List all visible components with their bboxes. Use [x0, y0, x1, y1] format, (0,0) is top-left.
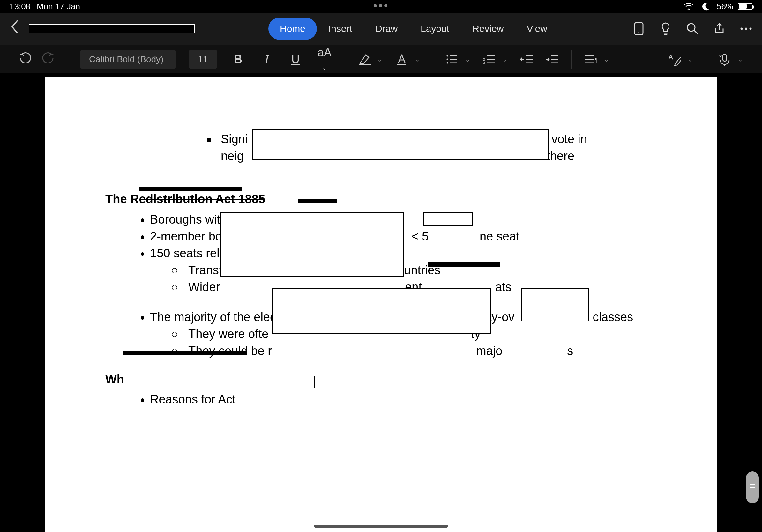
tab-layout[interactable]: Layout — [409, 18, 461, 40]
text-format-button[interactable]: aA ⌄ — [316, 46, 332, 73]
redaction-bar — [427, 262, 500, 267]
home-indicator[interactable] — [314, 525, 448, 528]
redaction-box — [521, 288, 589, 321]
separator — [433, 50, 433, 69]
chevron-down-icon[interactable]: ⌄ — [687, 55, 693, 63]
svg-point-6 — [750, 28, 752, 30]
ribbon-tabs: Home Insert Draw Layout Review View — [194, 18, 633, 40]
paragraph-button[interactable]: ¶ — [584, 53, 597, 66]
separator — [67, 50, 67, 69]
heading-text: The R — [105, 192, 139, 206]
battery-pct: 56% — [717, 2, 733, 12]
tab-view[interactable]: View — [515, 18, 559, 40]
chevron-down-icon[interactable]: ⌄ — [502, 55, 508, 63]
lightbulb-icon[interactable] — [659, 22, 672, 35]
italic-button[interactable]: I — [259, 53, 275, 66]
redaction-box — [252, 129, 549, 160]
svg-rect-7 — [359, 64, 371, 65]
tab-review[interactable]: Review — [461, 18, 515, 40]
tab-draw[interactable]: Draw — [364, 18, 409, 40]
list-item: They could be rmajos — [188, 343, 657, 360]
main-toolbar: Home Insert Draw Layout Review View — [0, 13, 762, 45]
heading-text: Wh — [105, 372, 124, 386]
list-item: Reasons for Act — [150, 391, 657, 408]
svg-point-5 — [745, 28, 747, 30]
multitask-dots[interactable]: ••• — [80, 0, 682, 13]
redaction-box — [271, 288, 491, 334]
redo-button[interactable] — [41, 51, 54, 67]
back-button[interactable] — [10, 19, 26, 38]
chevron-down-icon[interactable]: ⌄ — [604, 55, 609, 63]
chevron-down-icon[interactable]: ⌄ — [415, 55, 420, 63]
svg-line-3 — [694, 30, 698, 34]
svg-point-4 — [741, 28, 743, 30]
indent-button[interactable] — [546, 53, 559, 66]
svg-rect-8 — [397, 64, 406, 65]
underline-button[interactable]: U — [287, 53, 303, 66]
text: Signi — [221, 132, 248, 146]
outdent-button[interactable] — [520, 53, 533, 66]
chevron-down-icon[interactable]: ⌄ — [737, 55, 743, 63]
text: neig — [221, 149, 244, 163]
font-color-button[interactable] — [395, 53, 408, 66]
scroll-handle[interactable] — [746, 471, 759, 503]
share-icon[interactable] — [713, 22, 725, 35]
status-date: Mon 17 Jan — [37, 2, 80, 12]
tab-home[interactable]: Home — [268, 18, 317, 40]
svg-point-1 — [638, 32, 640, 33]
more-icon[interactable] — [740, 22, 752, 35]
tab-insert[interactable]: Insert — [317, 18, 364, 40]
svg-point-11 — [447, 58, 448, 60]
separator — [572, 50, 572, 69]
font-name-select[interactable]: Calibri Bold (Body) — [80, 50, 176, 69]
document-viewport[interactable]: Signid vote inneigs there The Redistribu… — [0, 73, 762, 532]
format-toolbar: Calibri Bold (Body) 11 B I U aA ⌄ ⌄ ⌄ ⌄ … — [0, 45, 762, 73]
redaction-box — [220, 212, 404, 277]
status-time: 13:08 — [10, 2, 30, 12]
search-icon[interactable] — [686, 22, 699, 35]
text-cursor — [314, 376, 315, 388]
redaction-box — [423, 212, 473, 227]
document-page[interactable]: Signid vote inneigs there The Redistribu… — [45, 77, 717, 532]
redaction-bar — [298, 199, 337, 204]
mobile-view-icon[interactable] — [633, 22, 645, 35]
document-body[interactable]: Signid vote inneigs there The Redistribu… — [105, 131, 657, 408]
highlight-button[interactable] — [358, 53, 371, 66]
battery-icon — [738, 3, 752, 10]
svg-rect-31 — [723, 54, 726, 61]
wifi-icon — [682, 0, 695, 13]
svg-point-13 — [447, 62, 448, 63]
svg-point-9 — [447, 55, 448, 56]
redaction-bar — [123, 351, 247, 355]
chevron-down-icon[interactable]: ⌄ — [377, 55, 383, 63]
redaction-bar — [139, 187, 242, 191]
moon-icon — [700, 0, 712, 13]
svg-text:3: 3 — [483, 61, 485, 65]
undo-button[interactable] — [19, 51, 32, 67]
styles-button[interactable] — [668, 53, 681, 66]
bullets-button[interactable] — [446, 53, 459, 66]
numbering-button[interactable]: 123 — [483, 53, 496, 66]
dictate-button[interactable] — [718, 53, 731, 66]
status-bar: 13:08 Mon 17 Jan ••• 56% — [0, 0, 762, 13]
font-size-select[interactable]: 11 — [189, 50, 217, 69]
separator — [345, 50, 345, 69]
document-title-redacted[interactable] — [29, 24, 194, 33]
bold-button[interactable]: B — [230, 53, 246, 66]
chevron-down-icon[interactable]: ⌄ — [465, 55, 470, 63]
svg-text:¶: ¶ — [595, 56, 597, 63]
